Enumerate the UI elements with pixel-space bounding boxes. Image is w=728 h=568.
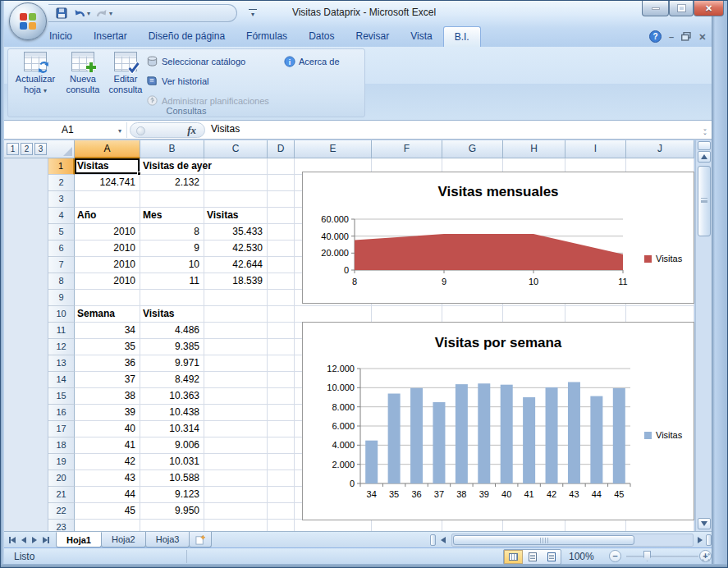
row-header-4[interactable]: 4: [48, 208, 75, 224]
row-header-20[interactable]: 20: [48, 470, 75, 487]
cell-D8[interactable]: [268, 273, 295, 290]
sheet-tab-hoja3[interactable]: Hoja3: [145, 532, 190, 547]
cell-A18[interactable]: 41: [75, 437, 140, 454]
office-button[interactable]: [9, 2, 47, 40]
cell-J10[interactable]: [626, 306, 694, 323]
cell-B11[interactable]: 4.486: [140, 323, 204, 339]
resize-grip[interactable]: [701, 552, 711, 562]
ribbon-tab-inicio[interactable]: Inicio: [39, 26, 83, 47]
cell-D14[interactable]: [268, 372, 295, 388]
help-button[interactable]: ?: [649, 30, 662, 44]
cell-B5[interactable]: 8: [140, 224, 204, 240]
ver-historial-button[interactable]: Ver historial: [146, 74, 208, 88]
row-header-19[interactable]: 19: [48, 454, 75, 470]
prev-sheet-button[interactable]: [21, 537, 26, 543]
cell-C13[interactable]: [204, 355, 268, 372]
cell-C22[interactable]: [204, 503, 268, 520]
cell-D16[interactable]: [268, 405, 295, 421]
cell-D19[interactable]: [268, 454, 295, 470]
cell-A8[interactable]: 2010: [75, 273, 140, 290]
column-header-f[interactable]: F: [372, 140, 442, 158]
cell-H23[interactable]: [503, 520, 565, 531]
row-header-7[interactable]: 7: [48, 257, 75, 273]
cell-I10[interactable]: [565, 306, 626, 323]
workbook-close-button[interactable]: ✕: [698, 32, 706, 43]
hscroll-split-handle[interactable]: [706, 534, 712, 546]
vertical-scroll-thumb[interactable]: [698, 166, 711, 236]
seleccionar-catalogo-button[interactable]: Seleccionar catálogo: [146, 54, 245, 68]
maximize-button[interactable]: [669, 1, 694, 16]
cell-I23[interactable]: [565, 520, 626, 531]
tab-split-handle[interactable]: [430, 534, 436, 546]
row-header-13[interactable]: 13: [48, 355, 75, 372]
ribbon-tab-datos[interactable]: Datos: [298, 26, 345, 47]
row-header-1[interactable]: 1: [48, 158, 75, 175]
cell-B7[interactable]: 10: [140, 257, 204, 273]
cell-C20[interactable]: [204, 470, 268, 487]
cell-B16[interactable]: 10.438: [140, 405, 204, 421]
cell-A16[interactable]: 39: [75, 405, 140, 421]
cell-C5[interactable]: 35.433: [204, 224, 268, 240]
row-header-10[interactable]: 10: [48, 306, 75, 323]
row-header-18[interactable]: 18: [48, 437, 75, 454]
cell-A6[interactable]: 2010: [75, 240, 140, 257]
cell-D15[interactable]: [268, 388, 295, 405]
cell-A7[interactable]: 2010: [75, 257, 140, 273]
cell-A23[interactable]: [75, 520, 140, 531]
column-header-i[interactable]: I: [565, 140, 626, 158]
cell-C12[interactable]: [204, 339, 268, 355]
cell-C9[interactable]: [204, 290, 268, 306]
cell-B1[interactable]: Visitas de ayer: [140, 158, 204, 175]
nueva-consulta-button[interactable]: Nueva consulta: [61, 52, 105, 106]
close-button[interactable]: ✕: [694, 1, 724, 16]
cell-D18[interactable]: [268, 437, 295, 454]
column-header-e[interactable]: E: [295, 140, 372, 158]
formula-input[interactable]: Visitas: [211, 123, 694, 135]
undo-button[interactable]: ▾: [71, 6, 92, 21]
actualizar-hoja-button[interactable]: Actualizar hoja ▾: [13, 52, 57, 106]
cell-B21[interactable]: 9.123: [140, 487, 204, 503]
hscroll-right-button[interactable]: [694, 534, 706, 547]
cell-B22[interactable]: 9.950: [140, 503, 204, 520]
cell-B2[interactable]: 2.132: [140, 175, 204, 191]
row-header-11[interactable]: 11: [48, 323, 75, 339]
save-button[interactable]: [53, 6, 70, 21]
cell-C3[interactable]: [204, 191, 268, 208]
cell-D10[interactable]: [268, 306, 295, 323]
zoom-slider-thumb[interactable]: [643, 551, 651, 561]
cell-A1[interactable]: Visitas: [75, 158, 140, 175]
name-box-dropdown-icon[interactable]: ▾: [118, 127, 121, 135]
cell-D6[interactable]: [268, 240, 295, 257]
outline-level-1-button[interactable]: 1: [7, 143, 19, 155]
redo-button[interactable]: ▾: [94, 6, 114, 21]
column-header-c[interactable]: C: [204, 140, 268, 158]
cell-B14[interactable]: 8.492: [140, 372, 204, 388]
cell-A4[interactable]: Año: [75, 208, 140, 224]
cell-B8[interactable]: 11: [140, 273, 204, 290]
next-sheet-button[interactable]: [32, 537, 37, 543]
cell-C19[interactable]: [204, 454, 268, 470]
cell-A9[interactable]: [75, 290, 140, 306]
cell-C23[interactable]: [204, 520, 268, 531]
cell-C1[interactable]: [204, 158, 268, 175]
row-header-3[interactable]: 3: [48, 191, 75, 208]
zoom-level[interactable]: 100%: [569, 551, 594, 562]
cell-A10[interactable]: Semana: [75, 306, 140, 323]
cell-B15[interactable]: 10.363: [140, 388, 204, 405]
row-header-17[interactable]: 17: [48, 421, 75, 437]
row-header-22[interactable]: 22: [48, 503, 75, 520]
cell-A13[interactable]: 36: [75, 355, 140, 372]
cell-B9[interactable]: [140, 290, 204, 306]
cell-D13[interactable]: [268, 355, 295, 372]
cell-B3[interactable]: [140, 191, 204, 208]
horizontal-scroll-thumb[interactable]: [453, 535, 634, 545]
row-header-9[interactable]: 9: [48, 290, 75, 306]
customize-qat-button[interactable]: ▾: [244, 6, 262, 21]
cell-D22[interactable]: [268, 503, 295, 520]
normal-view-button[interactable]: [504, 550, 523, 564]
vertical-scrollbar[interactable]: [695, 140, 712, 531]
cell-B17[interactable]: 10.314: [140, 421, 204, 437]
cell-C18[interactable]: [204, 437, 268, 454]
cell-D1[interactable]: [268, 158, 295, 175]
cell-C21[interactable]: [204, 487, 268, 503]
